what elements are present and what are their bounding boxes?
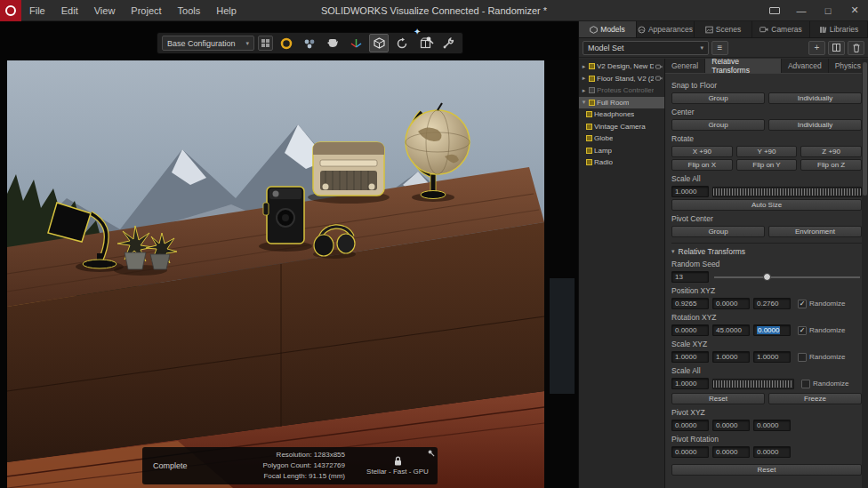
- tree-item-globe[interactable]: Globe: [579, 132, 664, 145]
- pivot-group-button[interactable]: Group: [671, 226, 765, 237]
- axes-button[interactable]: [346, 34, 366, 52]
- snap-group-button[interactable]: Group: [671, 92, 765, 104]
- maximize-button[interactable]: □: [815, 0, 841, 21]
- pivot-rotation-x-input[interactable]: 0.0000: [671, 446, 709, 458]
- minimize-button[interactable]: —: [788, 0, 815, 21]
- pivot-reset-button[interactable]: Reset: [671, 464, 862, 476]
- scale-all-randomize-checkbox[interactable]: [801, 380, 810, 388]
- slider-thumb[interactable]: [763, 273, 771, 281]
- statusbar-pin-icon[interactable]: [427, 449, 435, 457]
- tree-item-camera-icon: [655, 76, 663, 81]
- turntable-button[interactable]: [392, 34, 412, 52]
- tree-item-label: Radio: [594, 158, 613, 166]
- rotation-xyz-label: Rotation XYZ: [671, 313, 862, 322]
- subtab-relative-transforms[interactable]: Relative Transforms: [705, 59, 782, 73]
- tree-item-label: V2 Design, New D...: [597, 62, 654, 70]
- grid-icon: [261, 39, 269, 47]
- menu-project[interactable]: Project: [123, 0, 169, 21]
- render-quality-button[interactable]: [277, 34, 296, 52]
- close-button[interactable]: ✕: [841, 0, 868, 21]
- rotate-z90-button[interactable]: Z +90: [800, 146, 862, 157]
- pivot-rotation-z-input[interactable]: 0.0000: [753, 446, 791, 458]
- scale-all-2-slider[interactable]: [712, 379, 794, 389]
- tree-item-v2-design[interactable]: ▸ V2 Design, New D...: [579, 60, 664, 73]
- tree-item-full-room[interactable]: ▾ Full Room: [579, 97, 664, 109]
- tab-models[interactable]: Models: [579, 21, 637, 37]
- snap-individually-button[interactable]: Individually: [768, 92, 862, 104]
- scale-all-input[interactable]: 1.0000: [671, 186, 709, 197]
- expand-arrow-icon[interactable]: ▸: [581, 75, 587, 82]
- flip-y-button[interactable]: Flip on Y: [736, 159, 798, 171]
- scale-y-input[interactable]: 1.0000: [712, 351, 750, 363]
- collapse-arrow-icon[interactable]: ▾: [581, 99, 587, 106]
- freeze-button[interactable]: Freeze: [768, 393, 862, 404]
- configuration-dropdown[interactable]: Base Configuration ▾: [162, 36, 254, 51]
- viewport[interactable]: Base Configuration ▾ ✦: [0, 21, 578, 488]
- random-seed-input[interactable]: 13: [671, 271, 709, 283]
- position-x-input[interactable]: 0.9265: [671, 298, 709, 309]
- relative-transforms-header[interactable]: ▾ Relative Transforms: [671, 247, 862, 256]
- scrollbar-thumb[interactable]: [863, 62, 867, 196]
- pivot-z-input[interactable]: 0.0000: [753, 420, 791, 431]
- randomizer-cube-button[interactable]: [369, 34, 389, 52]
- menu-tools[interactable]: Tools: [170, 0, 209, 21]
- subtab-advanced[interactable]: Advanced: [782, 59, 829, 73]
- scale-z-input[interactable]: 1.0000: [753, 351, 791, 363]
- tools-button[interactable]: [438, 34, 458, 52]
- scale-x-input[interactable]: 1.0000: [671, 351, 709, 363]
- configuration-grid-button[interactable]: [258, 36, 273, 51]
- add-model-button[interactable]: +: [808, 41, 825, 55]
- pivot-environment-button[interactable]: Environment: [768, 226, 862, 237]
- pivot-x-input[interactable]: 0.0000: [671, 420, 709, 431]
- flip-x-button[interactable]: Flip on X: [671, 159, 733, 171]
- center-individually-button[interactable]: Individually: [768, 119, 862, 131]
- expand-arrow-icon[interactable]: ▸: [581, 63, 587, 70]
- model-set-dropdown[interactable]: Model Set ▾: [583, 41, 709, 55]
- menu-view[interactable]: View: [86, 0, 124, 21]
- tab-scenes[interactable]: Scenes: [695, 21, 752, 37]
- random-seed-slider[interactable]: [712, 272, 862, 283]
- reset-button[interactable]: Reset: [671, 393, 765, 404]
- rotate-y90-button[interactable]: Y +90: [736, 146, 798, 157]
- pivot-rotation-y-input[interactable]: 0.0000: [712, 446, 750, 458]
- scale-all-2-input[interactable]: 1.0000: [671, 378, 709, 389]
- tree-item-headphones[interactable]: Headphones: [579, 108, 664, 121]
- properties-scrollbar[interactable]: [862, 59, 868, 488]
- flip-z-button[interactable]: Flip on Z: [800, 159, 862, 171]
- rotation-randomize-checkbox[interactable]: ✓: [798, 326, 807, 335]
- denoiser-button[interactable]: [300, 34, 319, 52]
- layout-button[interactable]: [828, 41, 845, 55]
- model-set-menu-button[interactable]: ≡: [711, 41, 728, 55]
- menu-edit[interactable]: Edit: [53, 0, 86, 21]
- renderer-text: Stellar - Fast - GPU: [366, 468, 429, 476]
- viewport-canvas[interactable]: [0, 60, 578, 488]
- rotate-x90-button[interactable]: X +90: [671, 146, 733, 157]
- subtab-general[interactable]: General: [665, 59, 705, 73]
- pivot-y-input[interactable]: 0.0000: [712, 420, 750, 431]
- expand-arrow-icon[interactable]: ▸: [581, 87, 587, 94]
- scale-randomize-checkbox[interactable]: [798, 353, 807, 362]
- tree-item-vintage-camera[interactable]: Vintage Camera: [579, 121, 664, 133]
- position-z-input[interactable]: 0.2760: [753, 298, 791, 309]
- display-settings-button[interactable]: [761, 0, 788, 21]
- tab-cameras[interactable]: Cameras: [752, 21, 810, 37]
- scale-all-slider[interactable]: [712, 187, 862, 197]
- center-group-button[interactable]: Group: [671, 119, 765, 131]
- render-button[interactable]: [323, 34, 342, 52]
- position-randomize-checkbox[interactable]: ✓: [798, 300, 807, 308]
- position-y-input[interactable]: 0.0000: [712, 298, 750, 309]
- tree-item-radio[interactable]: Radio: [579, 156, 664, 169]
- menu-help[interactable]: Help: [208, 0, 245, 21]
- toolbar-pin-icon[interactable]: [425, 36, 434, 44]
- rotation-x-input[interactable]: 0.0000: [671, 324, 709, 336]
- tree-item-floor-stand[interactable]: ▸ Floor Stand, V2 (2...: [579, 73, 664, 85]
- rotation-z-input[interactable]: 0.0000: [753, 324, 791, 336]
- menu-file[interactable]: File: [21, 0, 53, 21]
- auto-size-button[interactable]: Auto Size: [671, 199, 862, 211]
- tab-libraries[interactable]: Libraries: [810, 21, 868, 37]
- tab-appearances[interactable]: Appearances: [637, 21, 695, 37]
- rotation-y-input[interactable]: 45.0000: [712, 324, 750, 336]
- delete-button[interactable]: [848, 41, 864, 55]
- tree-item-proteus-controller[interactable]: ▸ Proteus Controller: [579, 84, 664, 97]
- tree-item-lamp[interactable]: Lamp: [579, 145, 664, 157]
